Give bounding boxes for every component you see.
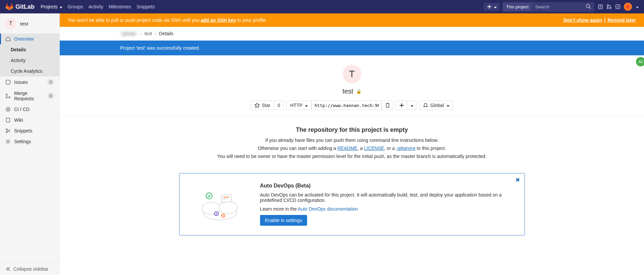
devops-body: Auto DevOps can be activated for this pr… (260, 192, 511, 203)
star-count[interactable]: 0 (274, 101, 284, 110)
todo-icon (615, 4, 621, 9)
bell-icon (423, 103, 428, 108)
svg-point-5 (607, 7, 608, 9)
project-avatar-large: T (343, 65, 361, 84)
clone-protocol-dropdown[interactable]: HTTP (287, 101, 312, 110)
chevron-down-icon (59, 4, 62, 9)
add-readme-link[interactable]: README (337, 146, 357, 151)
devops-doc-link[interactable]: Auto DevOps documentation (298, 206, 358, 212)
sidebar-item-settings[interactable]: Settings (0, 136, 59, 147)
user-menu[interactable] (624, 3, 632, 11)
search-container: This project (503, 2, 594, 12)
project-sidebar: T test Overview Details Activity Cycle A… (0, 13, 60, 275)
nav-projects[interactable]: Projects (41, 4, 62, 9)
close-icon[interactable]: ✖ (515, 177, 520, 183)
svg-point-0 (586, 4, 590, 8)
svg-rect-8 (6, 80, 10, 84)
empty-repo-section: The repository for this project is empty… (60, 117, 644, 168)
brand-text: GitLab (15, 3, 35, 10)
empty-line1: If you already have files you can push t… (73, 138, 631, 143)
svg-point-29 (222, 215, 224, 216)
mr-count-badge: 0 (47, 93, 54, 99)
breadcrumb: group › test › Details (60, 27, 644, 41)
chevron-down-icon (304, 103, 308, 108)
project-name: test (20, 21, 28, 26)
svg-point-9 (6, 94, 7, 95)
svg-point-15 (6, 131, 7, 133)
issues-shortcut[interactable] (598, 4, 603, 9)
lock-icon: 🔒 (356, 89, 361, 94)
sidebar-label: CI / CD (14, 107, 30, 112)
svg-rect-17 (386, 103, 389, 107)
chevron-down-icon (635, 4, 639, 9)
sidebar-item-overview[interactable]: Overview (0, 34, 59, 44)
nav-groups[interactable]: Groups (68, 4, 83, 9)
star-icon (254, 103, 260, 108)
merge-icon (606, 4, 612, 9)
sidebar-project-header[interactable]: T test (0, 13, 59, 34)
clone-url-input[interactable] (311, 101, 382, 110)
add-gitignore-link[interactable]: .gitignore (396, 146, 415, 151)
devops-title: Auto DevOps (Beta) (260, 183, 511, 189)
search-button[interactable] (582, 2, 594, 12)
auto-devops-card: ✖ Auto DevOps (Beta) (179, 173, 525, 235)
clipboard-icon (385, 103, 390, 108)
add-dropdown-toggle[interactable] (407, 101, 416, 110)
sidebar-sub-activity[interactable]: Activity (0, 55, 59, 66)
svg-point-4 (607, 5, 608, 6)
svg-rect-18 (387, 103, 388, 104)
sidebar-sub-details[interactable]: Details (0, 44, 59, 55)
search-input[interactable] (532, 3, 582, 11)
svg-point-13 (7, 109, 9, 110)
new-dropdown[interactable] (484, 3, 499, 11)
add-dropdown-button[interactable] (396, 101, 407, 110)
merge-requests-shortcut[interactable] (606, 4, 612, 9)
search-scope[interactable]: This project (503, 3, 532, 11)
project-avatar: T (5, 18, 16, 29)
chevron-down-icon (493, 4, 497, 9)
svg-point-14 (6, 129, 7, 130)
nav-milestones[interactable]: Milestones (109, 4, 131, 9)
star-button[interactable]: Star (251, 101, 274, 110)
collapse-sidebar[interactable]: Collapse sidebar (0, 263, 59, 275)
svg-point-10 (6, 97, 7, 98)
sidebar-sub-cycle-analytics[interactable]: Cycle Analytics (0, 66, 59, 76)
enable-devops-button[interactable]: Enable in settings (260, 215, 307, 226)
topbar-right: This project (484, 2, 639, 12)
svg-point-22 (206, 193, 212, 199)
ssh-msg-prefix: You won't be able to pull or push projec… (68, 17, 201, 23)
gitlab-logo[interactable]: GitLab (5, 3, 35, 11)
tanuki-icon (5, 3, 13, 11)
sidebar-item-issues[interactable]: Issues 0 (0, 76, 59, 88)
chevron-double-left-icon (5, 266, 11, 272)
floating-badge[interactable]: 43 (636, 57, 644, 66)
dont-show-again-button[interactable]: Don't show again (563, 17, 602, 23)
sidebar-item-snippets[interactable]: Snippets (0, 125, 59, 136)
primary-nav: Projects Groups Activity Milestones Snip… (41, 4, 155, 9)
svg-point-12 (6, 107, 10, 111)
book-icon (5, 117, 11, 123)
chevron-right-icon: › (155, 31, 156, 36)
notification-dropdown[interactable]: Global (419, 101, 453, 110)
sidebar-item-cicd[interactable]: CI / CD (0, 104, 59, 115)
sidebar-label: Snippets (14, 128, 32, 133)
add-license-link[interactable]: LICENSE (364, 146, 384, 151)
success-flash: Project 'test' was successfully created. (60, 41, 644, 55)
remind-later-button[interactable]: Remind later (607, 17, 636, 23)
breadcrumb-group[interactable]: group (120, 31, 138, 36)
todos-shortcut[interactable] (615, 4, 621, 9)
sidebar-item-wiki[interactable]: Wiki (0, 115, 59, 125)
copy-url-button[interactable] (382, 101, 393, 110)
svg-point-6 (610, 7, 611, 9)
issues-icon (5, 79, 11, 85)
add-ssh-key-link[interactable]: add an SSH key (201, 17, 236, 23)
empty-line2: Otherwise you can start with adding a RE… (73, 146, 631, 151)
nav-snippets[interactable]: Snippets (137, 4, 155, 9)
svg-point-27 (216, 213, 217, 214)
empty-title: The repository for this project is empty (73, 126, 631, 133)
nav-activity[interactable]: Activity (89, 4, 103, 9)
breadcrumb-project[interactable]: test (144, 31, 152, 36)
rocket-icon (5, 107, 11, 112)
svg-point-16 (7, 141, 9, 143)
sidebar-item-merge-requests[interactable]: Merge Requests 0 (0, 88, 59, 104)
